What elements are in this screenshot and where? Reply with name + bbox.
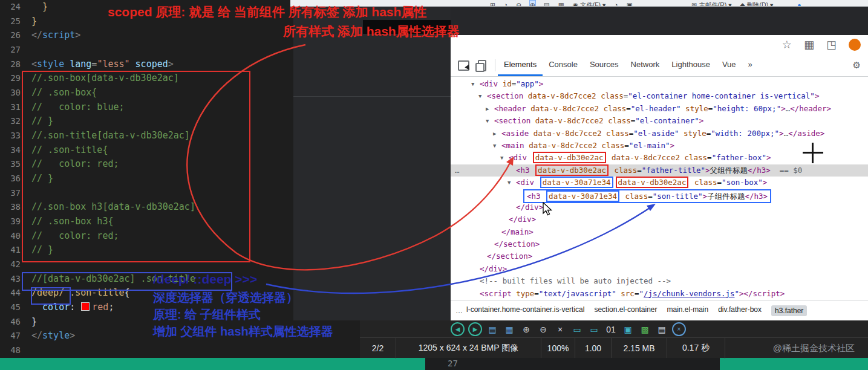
tab-network[interactable]: Network [625,54,666,76]
line-number: 41 [0,243,21,258]
dom-token: ></script> [739,289,785,298]
mail-menu[interactable]: ✉ 主邮件(R) ▾ [692,1,732,7]
bookmark-star-icon[interactable]: ☆ [782,38,792,51]
twisty-arrow-icon[interactable]: ▼ [478,90,487,102]
dom-tree-row[interactable]: </div> [451,201,868,213]
dom-tree-row[interactable]: ▼<section data-v-8dc7cce2 class="el-cont… [451,115,868,127]
dom-tree-row[interactable]: ▼<section data-v-8dc7cce2 class="el-cont… [451,90,868,102]
dom-tree-row[interactable]: <script type="text/javascript" src="/js/… [451,288,868,300]
view-list-tool[interactable]: ▤ [544,1,550,7]
dom-tree-row[interactable]: <!-- built files will be auto injected -… [451,275,868,287]
next-image-icon[interactable]: ▶ [468,322,482,336]
dom-tree-row[interactable]: ▼<div data-v-db30e2ac data-v-8dc7cce2 cl… [451,152,868,164]
tab-lighthouse[interactable]: Lighthouse [665,54,716,76]
browse-list-icon[interactable]: ▤ [486,323,499,336]
dom-tree-row[interactable]: ▶<header data-v-8dc7cce2 class="el-heade… [451,103,868,115]
dom-tree-row[interactable]: ▼<div id="app"> [451,78,868,90]
dom-tree-row[interactable]: </div> [451,263,868,275]
view-grid-tool[interactable]: ▦ [558,1,564,7]
tab-elements[interactable]: Elements [498,54,543,76]
settings-gear-icon[interactable]: ⚙ [853,60,861,71]
zoom-in-tool[interactable]: ⊕ [530,1,535,7]
dom-token: data-v-8dc7cce2 [526,104,599,113]
apps-grid-icon[interactable]: ▦ [804,38,814,51]
close-image-icon[interactable]: × [553,323,567,336]
browser-titlebar [451,6,868,35]
twisty-arrow-icon[interactable]: ▼ [493,140,501,152]
twisty-arrow-icon[interactable]: ▼ [507,177,516,189]
fit-window-icon[interactable]: ▭ [587,323,601,336]
zoom-out-tool[interactable]: ⊖ [516,1,521,7]
breadcrumb-ellipsis[interactable]: … [455,307,463,315]
twisty-arrow-icon[interactable]: ▶ [493,128,501,140]
twisty-arrow-icon[interactable]: ▶ [486,103,494,115]
tab-more[interactable]: » [742,54,759,76]
dom-token: <h3 [516,166,534,175]
thumbnail-grid-icon[interactable]: ▦ [503,323,516,336]
breadcrumb-item[interactable]: section.el-container [594,305,657,316]
settings-icon[interactable]: × [672,322,686,336]
dom-tree-row[interactable]: </section> [451,250,868,262]
tab-console[interactable]: Console [543,54,584,76]
code-token: < [31,59,37,70]
dom-tree-row[interactable]: <h3 data-v-30a71e34 class="son-title">子组… [451,189,868,201]
extensions-icon[interactable]: ◳ [826,38,837,51]
dom-token: "app" [516,79,539,88]
dom-token: "el-header" [631,104,681,113]
dom-token: class [602,129,629,138]
print-icon[interactable]: ▤ [655,323,668,336]
dom-tree-row[interactable]: ▼<main data-v-8dc7cce2 class="el-main"> [451,140,868,152]
breadcrumb-item[interactable]: l-container.home-container.is-vertical [466,305,584,316]
code-token: : [70,302,80,313]
twisty-arrow-icon[interactable]: ▼ [500,152,509,164]
slideshow-icon[interactable]: ▩ [638,323,651,336]
zoom-out-icon[interactable]: ⊖ [537,323,550,336]
dom-token: "text/javascript" [539,289,616,298]
overflow-ellipsis: … [455,164,460,177]
line-number: 38 [0,200,21,215]
dom-token: > [670,141,674,150]
profile-avatar[interactable]: ● [849,39,861,51]
breadcrumb: … l-container.home-container.is-vertical… [451,300,868,320]
tab-sources[interactable]: Sources [584,54,625,76]
dom-tree-row[interactable]: ▼<div data-v-30a71e34data-v-db30e2ac cla… [451,177,868,189]
breadcrumb-item[interactable]: main.el-main [667,305,708,316]
dom-tree-row[interactable]: …<h3 data-v-db30e2ac class="father-title… [451,164,868,177]
dom-tree-row[interactable]: </div> [451,213,868,226]
dom-token: class [599,104,626,113]
pan-tool[interactable]: ⊞ [490,1,495,7]
code-token: } [31,316,37,327]
browser-address-bar[interactable]: ☆▦◳● [451,35,868,55]
dom-tree-row[interactable]: </main> [451,226,868,238]
actual-size-icon[interactable]: 01 [604,323,618,336]
rotate-tool[interactable]: ◔ [504,1,507,7]
fit-width-icon[interactable]: ▭ [570,323,584,336]
screen-tool[interactable]: ▣ [627,1,633,7]
zoom-in-icon[interactable]: ⊕ [520,323,533,336]
fullscreen-icon[interactable]: ▣ [621,323,635,336]
dom-token: > [702,192,707,201]
prev-image-icon[interactable]: ◀ [451,322,465,336]
device-toolbar-icon[interactable] [478,60,486,71]
dom-token: > [705,166,710,175]
dom-token: </header> [790,104,831,113]
dom-token: <!-- built files will be auto injected -… [480,276,671,285]
line-number: 39 [0,215,21,229]
tab-vue[interactable]: Vue [716,54,742,76]
hash-attribute-highlight: data-v-db30e2ac [533,152,606,163]
file-menu[interactable]: ◉ 文件(F) ▾ [573,1,606,7]
breadcrumb-item[interactable]: h3.father [771,305,807,316]
breadcrumb-item[interactable]: div.father-box [718,305,762,316]
effects-tool[interactable]: ◔ [614,1,618,7]
inspect-element-icon[interactable] [458,60,469,71]
dom-tree-row[interactable]: ▶<aside data-v-8dc7cce2 class="el-aside"… [451,128,868,140]
twisty-arrow-icon[interactable]: ▼ [471,78,480,90]
twisty-arrow-icon[interactable]: ▼ [486,115,494,127]
hash-attribute-highlight: data-v-30a71e34 [540,177,613,188]
dom-tree-row[interactable]: </section> [451,238,868,250]
dom-token: <h3 [527,192,545,201]
app-button[interactable]: ● [797,1,801,7]
dom-token: class [690,178,717,187]
browser-page-background [293,6,451,320]
delete-menu[interactable]: ◆ 删除(D) ▾ [740,1,774,7]
